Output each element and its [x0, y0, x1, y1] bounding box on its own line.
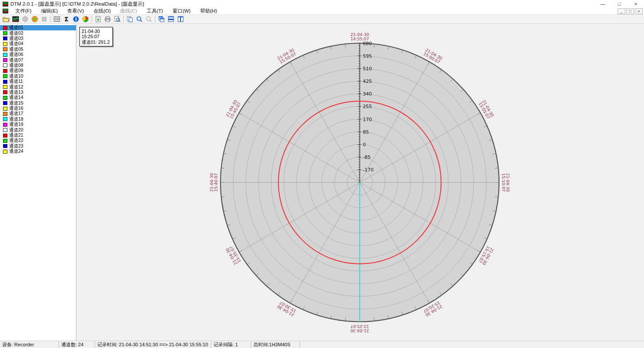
print-preview-button[interactable]: [112, 15, 122, 23]
tooltip-time: 15:25:07: [82, 34, 110, 39]
channel-color-swatch: [3, 47, 7, 51]
menu-item-tools[interactable]: 工具(T): [142, 7, 168, 15]
channel-item-08[interactable]: 通道08: [0, 63, 76, 68]
svg-text:-170: -170: [363, 167, 374, 173]
window-title: DTM 2.0.1 - [圆盘显示] [C:\DTM 2.0.2\RealDat…: [10, 1, 144, 7]
channel-item-17[interactable]: 通道17: [0, 111, 76, 116]
channel-color-swatch: [3, 128, 7, 132]
channel-item-15[interactable]: 通道15: [0, 100, 76, 105]
svg-text:425: 425: [363, 79, 372, 84]
pause-record-button: [20, 15, 30, 23]
data-table-button[interactable]: [52, 15, 62, 23]
channel-color-swatch: [3, 74, 7, 78]
menu-item-window[interactable]: 窗口(W): [168, 7, 196, 15]
zoom-button[interactable]: [135, 15, 144, 23]
stop-button: [39, 15, 49, 23]
menu-item-view[interactable]: 查看(V): [62, 7, 89, 15]
channel-color-swatch: [3, 150, 7, 154]
toolbar: Σ i: [0, 15, 644, 24]
channel-color-swatch: [3, 53, 7, 57]
menu-bar: 文件(F) 编辑(E) 查看(V) 在线(O) 曲线(C) 工具(T) 窗口(W…: [0, 8, 644, 15]
mdi-child-icon: [3, 9, 8, 13]
channel-item-03[interactable]: 通道03: [0, 36, 76, 41]
info-button[interactable]: i: [71, 15, 81, 23]
svg-text:340: 340: [363, 91, 372, 97]
realtime-display-button[interactable]: [11, 15, 20, 23]
channel-color-swatch: [3, 134, 7, 138]
menu-item-online[interactable]: 在线(O): [89, 7, 115, 15]
channel-item-06[interactable]: 通道06: [0, 52, 76, 57]
channel-item-02[interactable]: 通道02: [0, 30, 76, 36]
data-tooltip: 21-04-30 15:25:07 通道01: 291.2: [79, 27, 113, 46]
channel-color-swatch: [3, 117, 7, 121]
mdi-minimize-button[interactable]: _: [618, 8, 625, 14]
menu-item-help[interactable]: 帮助(H): [195, 7, 222, 15]
mdi-restore-button[interactable]: □: [626, 8, 634, 14]
channel-color-swatch: [3, 123, 7, 127]
polar-chart[interactable]: 680595510425340255170850-85-17021-04-301…: [76, 24, 644, 341]
zoom-out-button: [144, 15, 154, 23]
channel-item-01[interactable]: 通道01: [0, 25, 76, 30]
tooltip-value: 通道01: 291.2: [82, 39, 110, 45]
status-filler: [300, 341, 644, 348]
status-record-interval: 记录间隔: 1: [211, 341, 251, 348]
open-file-button[interactable]: [1, 15, 11, 23]
close-button[interactable]: ×: [628, 0, 644, 8]
channel-item-21[interactable]: 通道21: [0, 133, 76, 138]
channel-color-swatch: [3, 63, 7, 67]
channel-item-18[interactable]: 通道18: [0, 117, 76, 122]
channel-item-05[interactable]: 通道05: [0, 47, 76, 52]
status-device: 设备: Recorder: [0, 341, 59, 348]
toolbar-separator: [123, 16, 124, 23]
svg-text:0: 0: [363, 142, 366, 148]
channel-item-13[interactable]: 通道13: [0, 90, 76, 95]
channel-item-04[interactable]: 通道04: [0, 41, 76, 46]
title-bar: DTM 2.0.1 - [圆盘显示] [C:\DTM 2.0.2\RealDat…: [0, 0, 644, 8]
tile-vertical-button[interactable]: [176, 15, 185, 23]
channel-item-24[interactable]: 通道24: [0, 149, 76, 154]
channel-item-12[interactable]: 通道12: [0, 84, 76, 89]
channel-item-10[interactable]: 通道10: [0, 74, 76, 79]
status-record-time: 记录时间: 21-04-30 14:51:30 ==> 21-04-30 15:…: [95, 341, 211, 348]
tile-horizontal-button[interactable]: [166, 15, 176, 23]
channel-item-23[interactable]: 通道23: [0, 144, 76, 149]
channel-item-11[interactable]: 通道11: [0, 79, 76, 84]
svg-text:Σ: Σ: [64, 16, 69, 23]
channel-item-09[interactable]: 通道09: [0, 68, 76, 73]
svg-text:-85: -85: [363, 154, 371, 160]
channel-item-14[interactable]: 通道14: [0, 95, 76, 100]
channel-color-swatch: [3, 107, 7, 111]
channel-color-swatch: [3, 85, 7, 89]
menu-item-edit[interactable]: 编辑(E): [36, 7, 62, 15]
channel-item-22[interactable]: 通道22: [0, 138, 76, 143]
svg-text:255: 255: [363, 104, 372, 109]
restore-button[interactable]: □: [611, 0, 628, 8]
export-button[interactable]: [93, 15, 103, 23]
status-total-time: 总时间:1H3M40S: [251, 341, 300, 348]
cascade-windows-button[interactable]: [157, 15, 166, 23]
print-button[interactable]: [103, 15, 112, 23]
menu-item-curve: 曲线(C): [115, 7, 142, 15]
copy-button[interactable]: [125, 15, 135, 23]
svg-text:170: 170: [363, 117, 372, 122]
channel-color-swatch: [3, 42, 7, 46]
minimize-button[interactable]: —: [595, 0, 611, 8]
mdi-close-button[interactable]: ×: [635, 8, 643, 14]
svg-text:510: 510: [363, 66, 372, 72]
record-button[interactable]: [30, 15, 39, 23]
svg-text:85: 85: [363, 129, 369, 135]
toolbar-separator: [92, 16, 92, 23]
channel-color-swatch: [3, 58, 7, 62]
channel-item-07[interactable]: 通道07: [0, 57, 76, 62]
channel-item-16[interactable]: 通道16: [0, 106, 76, 111]
channel-item-20[interactable]: 通道20: [0, 127, 76, 132]
pie-chart-button[interactable]: [81, 15, 90, 23]
statistics-sigma-button[interactable]: Σ: [62, 15, 71, 23]
menu-item-file[interactable]: 文件(F): [10, 7, 36, 15]
tooltip-date: 21-04-30: [82, 29, 110, 34]
svg-text:i: i: [75, 17, 76, 22]
channel-item-19[interactable]: 通道19: [0, 122, 76, 127]
channel-color-swatch: [3, 101, 7, 105]
channel-color-swatch: [3, 31, 7, 35]
status-bar: 设备: Recorder 通道数: 24 记录时间: 21-04-30 14:5…: [0, 341, 644, 348]
